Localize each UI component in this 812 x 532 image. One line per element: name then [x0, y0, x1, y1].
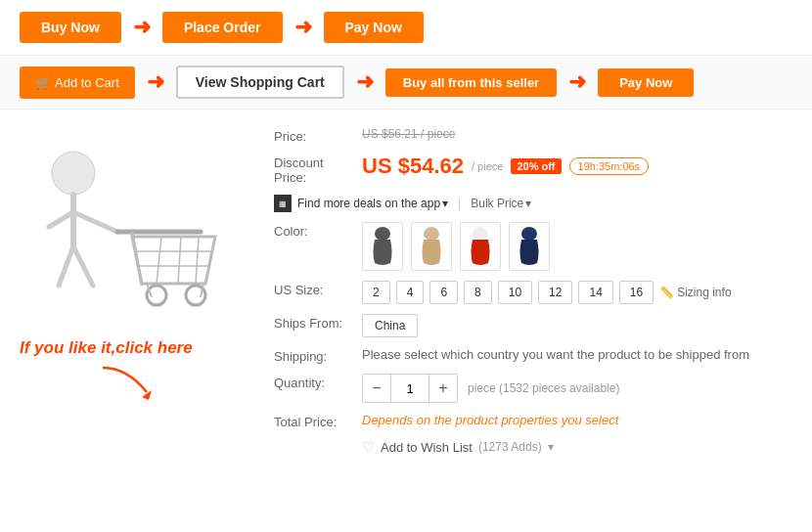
- quantity-controls: − + piece (1532 pieces available): [362, 374, 792, 403]
- product-details: Price: US $56.21 / piece DiscountPrice: …: [254, 119, 812, 463]
- app-deals-row: ▦ Find more deals on the app ▾ | Bulk Pr…: [274, 195, 792, 212]
- svg-line-4: [73, 246, 93, 286]
- size-options: 2 4 6 8 10 12 14 16 📏 Sizing info: [362, 281, 792, 304]
- arrow-icon-2: ➜: [294, 15, 312, 40]
- quantity-available: piece (1532 pieces available): [468, 381, 619, 395]
- quantity-increase[interactable]: +: [429, 375, 457, 402]
- add-to-cart-button[interactable]: 🛒 Add to Cart: [20, 66, 135, 99]
- wish-dropdown-chevron[interactable]: ▾: [548, 440, 554, 454]
- curved-arrow: [98, 363, 235, 405]
- total-price-text: Depends on the product properties you se…: [362, 413, 792, 427]
- color-swatches: [362, 222, 792, 271]
- ships-from-label: Ships From:: [274, 314, 362, 331]
- size-10[interactable]: 10: [498, 281, 532, 304]
- wish-list-row: ♡ Add to Wish List (1273 Adds) ▾: [362, 439, 792, 455]
- arrow-icon-4: ➜: [356, 69, 374, 95]
- sizing-info-link[interactable]: 📏 Sizing info: [659, 286, 731, 299]
- timer-badge: 19h:35m:06s: [569, 157, 650, 175]
- size-2[interactable]: 2: [362, 281, 390, 304]
- size-16[interactable]: 16: [619, 281, 654, 304]
- ships-from-value: China: [362, 314, 792, 337]
- svg-point-0: [52, 152, 95, 195]
- svg-marker-8: [132, 237, 215, 284]
- size-14[interactable]: 14: [578, 281, 612, 304]
- svg-point-20: [424, 227, 439, 241]
- cart-icon: 🛒: [35, 75, 51, 90]
- quantity-stepper: − +: [362, 374, 458, 403]
- quantity-label: Quantity:: [274, 374, 362, 390]
- cart-illustration: [20, 129, 245, 325]
- add-to-cart-label: Add to Cart: [55, 75, 119, 90]
- separator: |: [458, 197, 461, 210]
- svg-point-22: [521, 227, 537, 241]
- product-image-area: If you like it,click here: [0, 119, 254, 463]
- arrow-icon-5: ➜: [568, 69, 586, 95]
- svg-line-2: [73, 212, 117, 232]
- svg-line-9: [157, 237, 161, 284]
- svg-point-19: [375, 227, 390, 241]
- wish-list-link[interactable]: Add to Wish List: [381, 440, 473, 455]
- shipping-row: Shipping: Please select which country yo…: [274, 347, 792, 364]
- size-12[interactable]: 12: [538, 281, 572, 304]
- caption-text: If you like it,click here: [20, 337, 235, 359]
- price-row: Price: US $56.21 / piece: [274, 127, 792, 144]
- sizing-info-text: Sizing info: [677, 286, 731, 299]
- discount-price-main: US $54.62: [362, 154, 464, 179]
- wish-adds-count: (1273 Adds): [478, 440, 542, 454]
- color-label: Color:: [274, 222, 362, 239]
- size-6[interactable]: 6: [429, 281, 458, 304]
- quantity-input[interactable]: [390, 375, 429, 402]
- ships-from-button[interactable]: China: [362, 314, 418, 337]
- svg-point-21: [473, 227, 488, 241]
- ruler-icon: 📏: [659, 286, 674, 299]
- quantity-decrease[interactable]: −: [363, 375, 390, 402]
- color-row: Color:: [274, 222, 792, 271]
- per-piece-text: / piece: [472, 160, 503, 172]
- price-label: Price:: [274, 127, 362, 144]
- heart-icon: ♡: [362, 439, 375, 455]
- view-cart-button[interactable]: View Shopping Cart: [176, 66, 344, 99]
- svg-point-14: [147, 286, 166, 305]
- svg-line-3: [49, 212, 73, 227]
- app-deals-text: Find more deals on the app: [297, 197, 440, 210]
- bulk-price-text: Bulk Price: [471, 197, 523, 210]
- total-price-row: Total Price: Depends on the product prop…: [274, 413, 792, 429]
- original-price: US $56.21 / piece: [362, 127, 792, 141]
- discount-badge: 20% off: [511, 158, 561, 174]
- bulk-price-link[interactable]: Bulk Price ▾: [471, 197, 531, 210]
- discount-label: DiscountPrice:: [274, 154, 362, 185]
- product-area: If you like it,click here Price: US $56.…: [0, 110, 812, 472]
- size-label: US Size:: [274, 281, 362, 297]
- place-order-button[interactable]: Place Order: [162, 12, 283, 43]
- shipping-label: Shipping:: [274, 347, 362, 364]
- discount-value: US $54.62 / piece 20% off 19h:35m:06s: [362, 154, 792, 179]
- arrow-icon-3: ➜: [147, 69, 164, 95]
- app-deals-link[interactable]: Find more deals on the app ▾: [297, 197, 448, 210]
- ships-from-row: Ships From: China: [274, 314, 792, 337]
- qr-icon: ▦: [274, 195, 292, 212]
- discount-row: DiscountPrice: US $54.62 / piece 20% off…: [274, 154, 792, 185]
- pay-now-button-cart[interactable]: Pay Now: [598, 68, 694, 97]
- size-8[interactable]: 8: [464, 281, 492, 304]
- quantity-row: Quantity: − + piece (1532 pieces availab…: [274, 374, 792, 403]
- buy-now-button-top[interactable]: Buy Now: [20, 12, 121, 43]
- top-flow-bar: Buy Now ➜ Place Order ➜ Pay Now: [0, 0, 812, 56]
- bulk-price-chevron: ▾: [525, 197, 531, 210]
- cart-flow-bar: 🛒 Add to Cart ➜ View Shopping Cart ➜ Buy…: [0, 56, 812, 110]
- arrow-icon-1: ➜: [133, 15, 151, 40]
- size-4[interactable]: 4: [396, 281, 425, 304]
- svg-line-5: [59, 246, 73, 286]
- color-swatch-red[interactable]: [460, 222, 501, 271]
- color-swatch-blue[interactable]: [509, 222, 550, 271]
- color-swatch-beige[interactable]: [411, 222, 452, 271]
- buy-seller-button[interactable]: Buy all from this seller: [385, 68, 557, 97]
- color-swatch-dark[interactable]: [362, 222, 403, 271]
- svg-line-10: [178, 237, 181, 284]
- app-deals-chevron: ▾: [442, 197, 448, 210]
- svg-line-11: [196, 237, 199, 284]
- size-row: US Size: 2 4 6 8 10 12 14 16 📏 Sizing in…: [274, 281, 792, 304]
- pay-now-button-top[interactable]: Pay Now: [324, 12, 424, 43]
- total-price-label: Total Price:: [274, 413, 362, 429]
- shipping-text: Please select which country you want the…: [362, 347, 792, 362]
